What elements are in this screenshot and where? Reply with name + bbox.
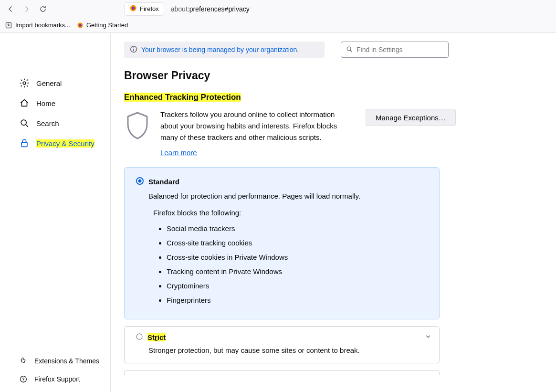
- sidebar-item-home[interactable]: Home: [0, 93, 110, 113]
- browser-toolbar: Firefox about:preferences#privacy: [0, 0, 556, 18]
- help-icon: [19, 375, 28, 383]
- etp-option-standard[interactable]: Standard Balanced for protection and per…: [124, 167, 440, 319]
- svg-rect-7: [21, 142, 27, 147]
- sidebar-item-label: Home: [36, 99, 55, 107]
- etp-row: Trackers follow you around online to col…: [124, 109, 556, 159]
- content-area: General Home Search Privacy & Security: [0, 33, 556, 392]
- firefox-logo-icon: [129, 4, 137, 13]
- page-title: Browser Privacy: [124, 69, 556, 82]
- blocks-intro: Firefox blocks the following:: [153, 209, 428, 217]
- learn-more-link[interactable]: Learn more: [160, 147, 197, 159]
- svg-point-8: [21, 376, 27, 382]
- sidebar-item-label: Extensions & Themes: [34, 357, 99, 365]
- list-item: Cross-site cookies in Private Windows: [167, 250, 428, 265]
- settings-search[interactable]: [341, 42, 449, 58]
- info-icon: [130, 45, 137, 54]
- svg-point-13: [136, 334, 142, 339]
- sidebar-item-label: General: [36, 79, 62, 87]
- home-icon: [19, 98, 30, 108]
- url-scheme: about:: [171, 5, 189, 13]
- back-button[interactable]: [4, 2, 17, 16]
- url-path: preferences#privacy: [189, 5, 250, 13]
- list-item: Cryptominers: [167, 279, 428, 293]
- list-item: Cross-site tracking cookies: [167, 236, 428, 250]
- etp-description-block: Trackers follow you around online to col…: [160, 109, 342, 159]
- sidebar-item-search[interactable]: Search: [0, 113, 110, 133]
- svg-point-1: [132, 7, 135, 10]
- search-icon: [346, 46, 353, 54]
- etp-description: Trackers follow you around online to col…: [160, 110, 337, 141]
- list-item: Social media trackers: [167, 222, 428, 236]
- search-icon: [19, 118, 30, 128]
- standard-desc: Balanced for protection and performance.…: [148, 192, 428, 200]
- sidebar-item-privacy[interactable]: Privacy & Security: [0, 133, 110, 153]
- svg-point-4: [79, 24, 82, 27]
- etp-option-custom[interactable]: [124, 370, 440, 375]
- standard-title: Standard: [148, 178, 179, 186]
- gear-icon: [19, 78, 30, 88]
- bookmarks-bar: Import bookmarks... Getting Started: [0, 18, 556, 33]
- import-bookmarks-label: Import bookmarks...: [15, 21, 70, 29]
- top-row: Your browser is being managed by your or…: [124, 42, 556, 58]
- sidebar-item-label: Firefox Support: [34, 375, 80, 383]
- manage-exceptions-button[interactable]: Manage Exceptions…: [366, 109, 456, 126]
- strict-desc: Stronger protection, but may cause some …: [148, 346, 428, 354]
- sidebar-item-general[interactable]: General: [0, 73, 110, 93]
- sidebar-item-label: Search: [36, 119, 59, 127]
- managed-banner[interactable]: Your browser is being managed by your or…: [124, 42, 325, 58]
- managed-banner-text: Your browser is being managed by your or…: [141, 46, 299, 53]
- url-bar[interactable]: about:preferences#privacy: [171, 5, 250, 13]
- svg-point-12: [138, 180, 142, 183]
- sidebar-item-extensions[interactable]: Extensions & Themes: [0, 352, 110, 370]
- getting-started-bookmark[interactable]: Getting Started: [77, 21, 128, 29]
- svg-point-5: [23, 82, 26, 85]
- chevron-down-icon[interactable]: [425, 333, 431, 341]
- tab-title: Firefox: [140, 5, 159, 12]
- radio-strict[interactable]: [136, 333, 143, 341]
- sidebar-item-support[interactable]: Firefox Support: [0, 370, 110, 392]
- list-item: Fingerprinters: [167, 293, 428, 307]
- lock-icon: [19, 138, 30, 148]
- current-tab[interactable]: Firefox: [124, 2, 164, 16]
- settings-sidebar: General Home Search Privacy & Security: [0, 33, 111, 392]
- strict-title: Strict: [147, 333, 166, 341]
- shield-icon: [124, 111, 151, 138]
- etp-heading: Enhanced Tracking Protection: [124, 93, 241, 102]
- settings-search-input[interactable]: [357, 46, 443, 53]
- etp-option-strict[interactable]: Strict Stronger protection, but may caus…: [124, 326, 440, 363]
- import-bookmarks-button[interactable]: Import bookmarks...: [5, 21, 70, 29]
- forward-button[interactable]: [20, 2, 33, 16]
- puzzle-icon: [19, 357, 28, 365]
- getting-started-label: Getting Started: [86, 21, 128, 29]
- settings-main: Your browser is being managed by your or…: [111, 33, 556, 392]
- radio-standard[interactable]: [136, 177, 144, 186]
- list-item: Tracking content in Private Windows: [167, 265, 428, 279]
- sidebar-item-label: Privacy & Security: [36, 139, 94, 148]
- standard-block-list: Social media trackers Cross-site trackin…: [159, 222, 428, 307]
- reload-button[interactable]: [36, 2, 50, 16]
